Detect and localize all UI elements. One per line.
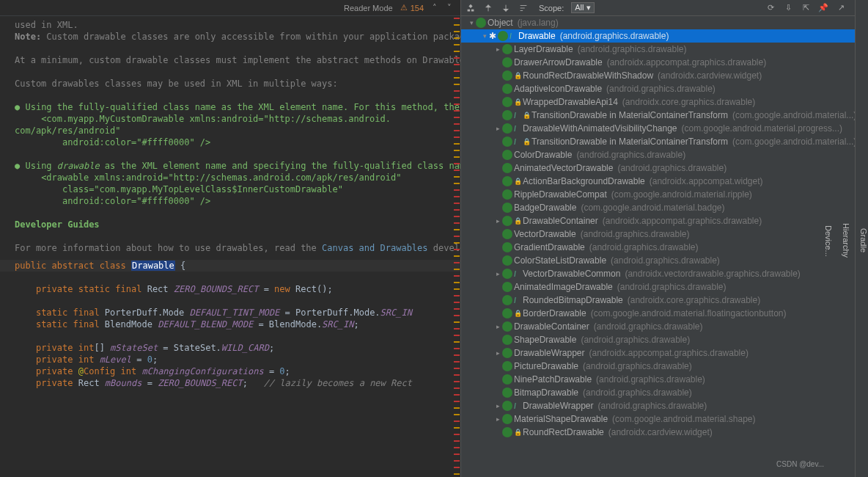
class-name: DrawableWrapper bbox=[514, 348, 585, 358]
hierarchy-node[interactable]: 🔒RoundRectDrawable(androidx.cardview.wid… bbox=[461, 426, 868, 439]
hierarchy-tree[interactable]: ▾Object(java.lang)▾✱IDrawable(android.gr… bbox=[461, 16, 868, 477]
class-name: ColorStateListDrawable bbox=[514, 255, 606, 266]
next-highlight[interactable]: ˅ bbox=[446, 3, 453, 12]
package-name: (android.graphics.drawable) bbox=[583, 361, 692, 371]
warning-count[interactable]: ⚠154 bbox=[400, 3, 424, 12]
class-icon bbox=[502, 123, 512, 134]
hierarchy-node[interactable]: ▾Object(java.lang) bbox=[461, 16, 868, 29]
hierarchy-node[interactable]: ▾✱IDrawable(android.graphics.drawable) bbox=[461, 29, 868, 43]
class-name: BadgeDrawable bbox=[514, 203, 576, 213]
expand-all-icon[interactable]: ⇱ bbox=[801, 3, 811, 13]
hierarchy-node[interactable]: RippleDrawableCompat(com.google.android.… bbox=[461, 188, 868, 201]
hierarchy-node[interactable]: PictureDrawable(android.graphics.drawabl… bbox=[461, 360, 868, 373]
hierarchy-node[interactable]: ▸IVectorDrawableCommon(androidx.vectordr… bbox=[461, 267, 868, 280]
abstract-icon: I bbox=[514, 112, 521, 119]
hierarchy-node[interactable]: BitmapDrawable(android.graphics.drawable… bbox=[461, 386, 868, 399]
editor-top-bar: Reader Mode ⚠154 ˄ ˅ bbox=[0, 0, 460, 16]
hierarchy-node[interactable]: 🔒BorderDrawable(com.google.android.mater… bbox=[461, 307, 868, 320]
class-icon bbox=[502, 57, 512, 68]
abstract-icon: I bbox=[514, 402, 521, 409]
expand-arrow[interactable]: ▾ bbox=[480, 32, 489, 40]
class-name: RippleDrawableCompat bbox=[514, 189, 607, 200]
hierarchy-node[interactable]: 🔒ActionBarBackgroundDrawable(androidx.ap… bbox=[461, 175, 868, 188]
supertypes-icon[interactable] bbox=[483, 3, 493, 13]
hierarchy-node[interactable]: VectorDrawable(android.graphics.drawable… bbox=[461, 227, 868, 241]
reader-mode-link[interactable]: Reader Mode bbox=[344, 4, 393, 12]
hierarchy-node[interactable]: ▸MaterialShapeDrawable(com.google.androi… bbox=[461, 412, 868, 426]
hierarchy-node[interactable]: AnimatedImageDrawable(android.graphics.d… bbox=[461, 280, 868, 294]
class-name: DrawableContainer bbox=[523, 216, 598, 226]
hierarchy-node[interactable]: BadgeDrawable(com.google.android.materia… bbox=[461, 201, 868, 214]
class-icon bbox=[502, 348, 512, 358]
class-name: MaterialShapeDrawable bbox=[514, 414, 608, 424]
class-icon bbox=[502, 84, 512, 94]
expand-arrow[interactable]: ▾ bbox=[467, 19, 476, 26]
sort-icon[interactable] bbox=[518, 3, 529, 13]
package-name: (android.graphics.drawable) bbox=[560, 31, 669, 41]
class-name: RoundRectDrawable bbox=[523, 427, 604, 437]
source-code[interactable]: public abstract class Drawable { private… bbox=[0, 257, 460, 392]
class-name: Drawable bbox=[518, 31, 556, 41]
pin-icon[interactable]: 📌 bbox=[818, 3, 828, 13]
side-tab-gradle[interactable]: Gradle bbox=[859, 228, 868, 252]
class-icon bbox=[498, 31, 508, 41]
hierarchy-node[interactable]: ▸DrawableContainer(android.graphics.draw… bbox=[461, 320, 868, 333]
expand-arrow[interactable]: ▸ bbox=[493, 45, 502, 53]
hierarchy-node[interactable]: AdaptiveIconDrawable(android.graphics.dr… bbox=[461, 82, 868, 95]
class-hierarchy-icon[interactable] bbox=[466, 3, 476, 13]
package-name: (android.graphics.drawable) bbox=[611, 255, 720, 266]
hierarchy-node[interactable]: NinePatchDrawable(android.graphics.drawa… bbox=[461, 373, 868, 386]
abstract-icon: I bbox=[514, 270, 521, 277]
expand-arrow[interactable]: ▸ bbox=[493, 270, 502, 277]
hierarchy-toolbar: Scope: All ▾ ⟳ ⇩ ⇱ 📌 ↗ ✕ bbox=[461, 0, 868, 16]
hierarchy-node[interactable]: I🔒TransitionDrawable in MaterialContaine… bbox=[461, 109, 868, 122]
scope-select[interactable]: All ▾ bbox=[571, 2, 594, 13]
hierarchy-node[interactable]: ColorDrawable(android.graphics.drawable) bbox=[461, 148, 868, 161]
hierarchy-node[interactable]: AnimatedVectorDrawable(android.graphics.… bbox=[461, 161, 868, 175]
package-name: (com.google.android.material...) bbox=[732, 110, 856, 120]
package-name: (android.graphics.drawable) bbox=[581, 335, 690, 345]
refresh-icon[interactable]: ⟳ bbox=[765, 3, 776, 13]
autoscroll-icon[interactable]: ⇩ bbox=[783, 3, 793, 13]
hierarchy-node[interactable]: ColorStateListDrawable(android.graphics.… bbox=[461, 254, 868, 267]
abstract-icon: I bbox=[510, 32, 517, 40]
hierarchy-node[interactable]: ▸DrawableWrapper(androidx.appcompat.grap… bbox=[461, 346, 868, 360]
hierarchy-node[interactable]: 🔒RoundRectDrawableWithShadow(androidx.ca… bbox=[461, 69, 868, 82]
class-name: DrawableWithAnimatedVisibilityChange bbox=[523, 123, 677, 134]
side-tab-device[interactable]: Device... bbox=[824, 225, 833, 257]
hierarchy-node[interactable]: ▸IDrawableWrapper(android.graphics.drawa… bbox=[461, 399, 868, 412]
hierarchy-node[interactable]: 🔒WrappedDrawableApi14(androidx.core.grap… bbox=[461, 95, 868, 109]
subtypes-icon[interactable] bbox=[501, 3, 511, 13]
editor-body[interactable]: used in XML. Note: Custom drawable class… bbox=[0, 16, 460, 477]
export-icon[interactable]: ↗ bbox=[836, 3, 846, 13]
hierarchy-node[interactable]: DrawerArrowDrawable(androidx.appcompat.g… bbox=[461, 56, 868, 69]
hierarchy-node[interactable]: IRoundedBitmapDrawable(androidx.core.gra… bbox=[461, 294, 868, 307]
hierarchy-node[interactable]: GradientDrawable(android.graphics.drawab… bbox=[461, 241, 868, 254]
expand-arrow[interactable]: ▸ bbox=[493, 217, 502, 225]
package-name: (androidx.appcompat.graphics.drawable) bbox=[603, 216, 762, 226]
class-name: ColorDrawable bbox=[514, 150, 572, 160]
abstract-icon: I bbox=[514, 138, 521, 145]
package-name: (android.graphics.drawable) bbox=[606, 84, 716, 94]
hierarchy-node[interactable]: ▸LayerDrawable(android.graphics.drawable… bbox=[461, 43, 868, 56]
lock-icon: 🔒 bbox=[523, 112, 530, 119]
package-name: (com.google.android.material.shape) bbox=[612, 414, 755, 424]
expand-arrow[interactable]: ▸ bbox=[493, 125, 502, 132]
class-name: LayerDrawable bbox=[514, 44, 573, 54]
class-icon bbox=[502, 242, 512, 252]
canvas-drawables-link[interactable]: Canvas and Drawables bbox=[322, 243, 428, 253]
warning-icon: ⚠ bbox=[400, 3, 408, 12]
package-name: (com.google.android.material.ripple) bbox=[611, 189, 752, 200]
hierarchy-node[interactable]: I🔒TransitionDrawable in MaterialContaine… bbox=[461, 135, 868, 148]
hierarchy-node[interactable]: ShapeDrawable(android.graphics.drawable) bbox=[461, 333, 868, 346]
hierarchy-node[interactable]: ▸🔒DrawableContainer(androidx.appcompat.g… bbox=[461, 214, 868, 227]
prev-highlight[interactable]: ˄ bbox=[431, 3, 438, 12]
expand-arrow[interactable]: ▸ bbox=[493, 402, 502, 409]
error-stripe[interactable] bbox=[453, 16, 460, 477]
class-icon bbox=[502, 97, 512, 107]
expand-arrow[interactable]: ▸ bbox=[493, 323, 502, 330]
expand-arrow[interactable]: ▸ bbox=[493, 415, 502, 423]
hierarchy-node[interactable]: ▸IDrawableWithAnimatedVisibilityChange(c… bbox=[461, 122, 868, 135]
side-tab-hierarchy[interactable]: Hierarchy bbox=[842, 223, 850, 258]
expand-arrow[interactable]: ▸ bbox=[493, 349, 502, 357]
